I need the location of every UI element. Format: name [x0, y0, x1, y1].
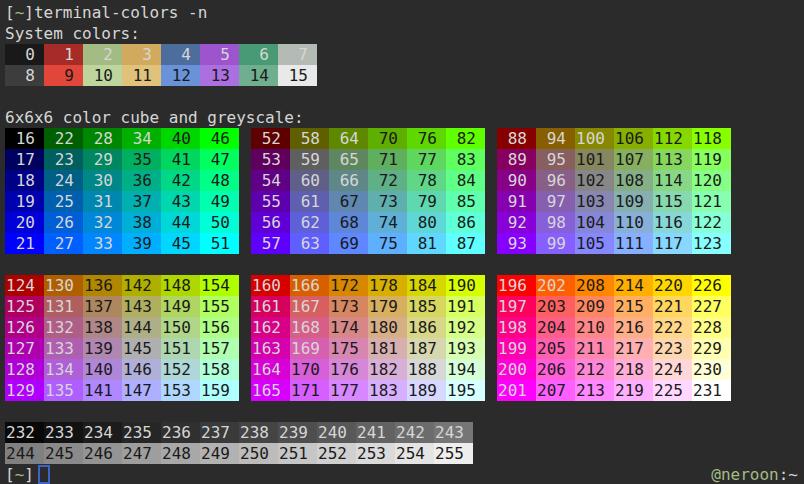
color-cell-121: 121: [692, 191, 731, 212]
color-cell-118: 118: [692, 128, 731, 149]
color-cell-219: 219: [614, 380, 653, 401]
color-cell-83: 83: [446, 149, 485, 170]
color-cell-116: 116: [653, 212, 692, 233]
color-cell-243: 243: [434, 422, 473, 443]
color-cell-154: 154: [200, 275, 239, 296]
color-cell-67: 67: [329, 191, 368, 212]
color-cell-105: 105: [575, 233, 614, 254]
color-cell-19: 19: [5, 191, 44, 212]
color-cell-127: 127: [5, 338, 44, 359]
color-cell-40: 40: [161, 128, 200, 149]
color-cell-37: 37: [122, 191, 161, 212]
color-cell-73: 73: [368, 191, 407, 212]
color-cell-133: 133: [44, 338, 83, 359]
color-cell-184: 184: [407, 275, 446, 296]
color-cell-72: 72: [368, 170, 407, 191]
color-cell-119: 119: [692, 149, 731, 170]
color-cell-47: 47: [200, 149, 239, 170]
color-cell-242: 242: [395, 422, 434, 443]
color-row: 201207213219225231: [497, 380, 731, 401]
color-cell-196: 196: [497, 275, 536, 296]
color-cell-218: 218: [614, 359, 653, 380]
bottom-prompt-line[interactable]: [~]@neroon:~: [5, 464, 804, 484]
color-cell-36: 36: [122, 170, 161, 191]
color-cell-12: 12: [161, 65, 200, 86]
color-cube-block: 1601661721781841901611671731791851911621…: [251, 275, 485, 401]
color-row: 198204210216222228: [497, 317, 731, 338]
color-cell-35: 35: [122, 149, 161, 170]
color-cell-126: 126: [5, 317, 44, 338]
color-cell-16: 16: [5, 128, 44, 149]
color-cell-101: 101: [575, 149, 614, 170]
color-cell-212: 212: [575, 359, 614, 380]
color-cell-145: 145: [122, 338, 161, 359]
color-cell-249: 249: [200, 443, 239, 464]
color-cell-42: 42: [161, 170, 200, 191]
color-row: 200206212218224230: [497, 359, 731, 380]
color-cell-102: 102: [575, 170, 614, 191]
color-cell-22: 22: [44, 128, 83, 149]
color-cell-158: 158: [200, 359, 239, 380]
color-cell-176: 176: [329, 359, 368, 380]
color-cell-134: 134: [44, 359, 83, 380]
color-cell-7: 7: [278, 44, 317, 65]
color-cell-173: 173: [329, 296, 368, 317]
color-cell-62: 62: [290, 212, 329, 233]
color-cell-221: 221: [653, 296, 692, 317]
color-cell-187: 187: [407, 338, 446, 359]
color-cell-255: 255: [434, 443, 473, 464]
color-cell-142: 142: [122, 275, 161, 296]
color-cell-156: 156: [200, 317, 239, 338]
color-cell-113: 113: [653, 149, 692, 170]
color-cell-169: 169: [290, 338, 329, 359]
command-text: terminal-colors -n: [34, 3, 207, 22]
color-cell-128: 128: [5, 359, 44, 380]
color-cell-15: 15: [278, 65, 317, 86]
color-cell-59: 59: [290, 149, 329, 170]
color-cell-58: 58: [290, 128, 329, 149]
color-cell-112: 112: [653, 128, 692, 149]
color-cell-182: 182: [368, 359, 407, 380]
terminal-window[interactable]: [~]terminal-colors -n System colors: 012…: [0, 0, 804, 484]
color-cell-144: 144: [122, 317, 161, 338]
color-cell-183: 183: [368, 380, 407, 401]
color-cell-175: 175: [329, 338, 368, 359]
color-cell-247: 247: [122, 443, 161, 464]
color-row: 01234567: [5, 44, 804, 65]
color-cell-201: 201: [497, 380, 536, 401]
color-cell-103: 103: [575, 191, 614, 212]
color-cell-230: 230: [692, 359, 731, 380]
color-cell-204: 204: [536, 317, 575, 338]
color-cell-152: 152: [161, 359, 200, 380]
color-row: 546066727884: [251, 170, 485, 191]
color-cell-227: 227: [692, 296, 731, 317]
color-cell-69: 69: [329, 233, 368, 254]
color-cell-160: 160: [251, 275, 290, 296]
color-cell-207: 207: [536, 380, 575, 401]
color-row: 162228344046: [5, 128, 239, 149]
color-cell-46: 46: [200, 128, 239, 149]
color-row: 566268748086: [251, 212, 485, 233]
color-row: 160166172178184190: [251, 275, 485, 296]
color-cell-220: 220: [653, 275, 692, 296]
color-cell-236: 236: [161, 422, 200, 443]
color-cell-217: 217: [614, 338, 653, 359]
color-cell-25: 25: [44, 191, 83, 212]
color-cell-200: 200: [497, 359, 536, 380]
blank-line: [5, 86, 804, 107]
color-cell-167: 167: [290, 296, 329, 317]
color-cell-96: 96: [536, 170, 575, 191]
color-cell-98: 98: [536, 212, 575, 233]
color-cell-6: 6: [239, 44, 278, 65]
color-cell-208: 208: [575, 275, 614, 296]
color-row: 9096102108114120: [497, 170, 731, 191]
color-cube-row-1: 1622283440461723293541471824303642481925…: [5, 128, 804, 254]
color-cell-203: 203: [536, 296, 575, 317]
color-cell-232: 232: [5, 422, 44, 443]
color-row: 199205211217223229: [497, 338, 731, 359]
color-cell-233: 233: [44, 422, 83, 443]
color-cell-225: 225: [653, 380, 692, 401]
color-cell-85: 85: [446, 191, 485, 212]
color-cell-49: 49: [200, 191, 239, 212]
color-cell-186: 186: [407, 317, 446, 338]
